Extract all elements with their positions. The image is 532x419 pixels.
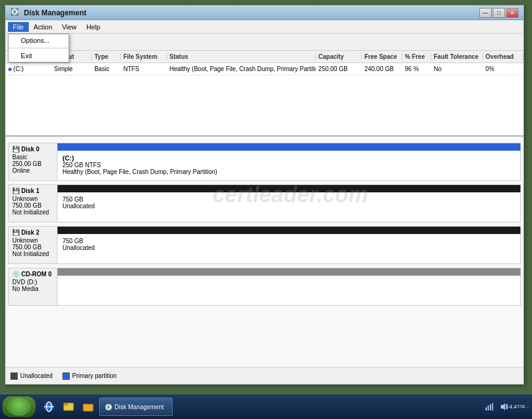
td-type: Basic	[92, 66, 121, 72]
cdrom-0-title: 💿 CD-ROM 0	[12, 271, 53, 277]
disk-2-row: 💾 Disk 2 Unknown 750.00 GB Not Initializ…	[8, 226, 521, 264]
td-overhead: 0%	[483, 66, 523, 72]
taskbar-disk-mgmt-task[interactable]: 💽 Disk Management	[99, 398, 173, 416]
legend-primary-box	[62, 372, 70, 380]
window-icon: 💽	[10, 8, 20, 18]
menu-file[interactable]: File	[8, 22, 29, 32]
disk-0-label: 💾 Disk 0 Basic 250.00 GB Online	[9, 143, 58, 180]
tray-time: 4:4	[509, 404, 517, 410]
ql-ie-button[interactable]	[40, 398, 58, 415]
menu-options[interactable]: Options...	[9, 34, 69, 47]
th-overhead: Overhead	[483, 53, 523, 60]
file-dropdown-menu: Options... Exit	[8, 34, 69, 62]
disk-0-content: (C:) 250 GB NTFS Healthy (Boot, Page Fil…	[58, 143, 520, 180]
tray-clock: 4:4 7/3/...	[514, 401, 525, 412]
svg-marker-10	[501, 403, 505, 410]
table-header: VOLUME Layout Type File System Status Ca…	[6, 51, 523, 63]
menu-bar: File Action View Help Options... Exit	[6, 20, 523, 34]
disk-1-content: 750 GB Unallocated	[58, 185, 520, 222]
start-button[interactable]	[2, 396, 36, 417]
ql-folder-button[interactable]	[80, 398, 97, 415]
disk-0-type: Basic	[12, 154, 53, 160]
tray-network-icon[interactable]	[484, 401, 495, 412]
svg-rect-7	[488, 406, 489, 410]
cdrom-0-media: No Media	[12, 285, 53, 292]
td-capacity: 250.00 GB	[316, 66, 362, 72]
td-status: Healthy (Boot, Page File, Crash Dump, Pr…	[167, 66, 316, 72]
taskbar-task-label: Disk Management	[114, 404, 164, 410]
quick-launch	[40, 398, 97, 415]
disk-1-partition-status: Unallocated	[62, 203, 515, 210]
close-button[interactable]: ✕	[506, 8, 519, 18]
cdrom-0-bar	[58, 268, 520, 276]
tray-date: 7/3/...	[517, 404, 529, 410]
cdrom-0-label: 💿 CD-ROM 0 DVD (D:) No Media	[9, 268, 58, 305]
th-capacity: Capacity	[316, 53, 362, 60]
th-filesystem: File System	[121, 53, 167, 60]
tray-volume-icon[interactable]	[499, 401, 510, 412]
td-fault: No	[432, 66, 484, 72]
disk-1-size: 750.00 GB	[12, 202, 53, 209]
cdrom-0-partition-info	[58, 276, 520, 283]
legend: Unallocated Primary partition	[6, 367, 523, 384]
title-bar-buttons: — □ ✕	[479, 8, 519, 18]
legend-primary: Primary partition	[62, 372, 117, 380]
menu-exit[interactable]: Exit	[9, 50, 69, 62]
disk-1-type: Unknown	[12, 195, 53, 202]
disk-1-bar-fill	[58, 185, 520, 192]
disk-2-title: 💾 Disk 2	[12, 229, 53, 236]
disk-management-window: 💽 Disk Management — □ ✕ File Action View…	[5, 5, 524, 385]
toolbar: ⚙	[6, 34, 523, 51]
maximize-button[interactable]: □	[493, 8, 505, 18]
disk-0-title: 💾 Disk 0	[12, 146, 53, 153]
disk-2-size: 750.00 GB	[12, 244, 53, 251]
disk-0-partition-size: 250 GB NTFS	[62, 162, 515, 168]
th-pctfree: % Free	[402, 53, 431, 60]
svg-rect-8	[490, 404, 491, 410]
td-freespace: 240.00 GB	[362, 66, 402, 72]
system-tray: 4:4 7/3/...	[484, 401, 530, 412]
disk-2-content: 750 GB Unallocated	[58, 227, 520, 263]
disk-view: certleader.com 💾 Disk 0 Basic 250.00 GB …	[6, 137, 523, 367]
th-status: Status	[167, 53, 316, 60]
main-content: VOLUME Layout Type File System Status Ca…	[6, 51, 523, 384]
menu-action[interactable]: Action	[29, 22, 58, 32]
th-fault: Fault Tolerance	[431, 53, 483, 60]
disk-0-bar-fill	[58, 143, 520, 151]
cdrom-0-type: DVD (D:)	[12, 279, 53, 285]
svg-rect-5	[83, 404, 93, 411]
td-volume: ■ (C:)	[6, 66, 51, 72]
taskbar: 💽 Disk Management 4:4 7/3/...	[0, 394, 532, 419]
start-orb	[7, 398, 31, 416]
menu-view[interactable]: View	[57, 22, 81, 32]
disk-0-partition-name: (C:)	[62, 154, 515, 162]
disk-1-title: 💾 Disk 1	[12, 187, 53, 194]
menu-help[interactable]: Help	[81, 22, 105, 32]
disk-0-bar	[58, 143, 520, 151]
disk-0-partition-status: Healthy (Boot, Page File, Crash Dump, Pr…	[62, 168, 515, 175]
disk-2-label: 💾 Disk 2 Unknown 750.00 GB Not Initializ…	[9, 227, 58, 263]
disk-2-partition-status: Unallocated	[62, 244, 515, 251]
table-row[interactable]: ■ (C:) Simple Basic NTFS Healthy (Boot, …	[6, 63, 523, 75]
ql-explorer-button[interactable]	[60, 398, 77, 415]
td-pctfree: 96 %	[402, 66, 431, 72]
window-title: Disk Management	[24, 9, 479, 17]
legend-primary-label: Primary partition	[72, 372, 117, 379]
cdrom-0-content	[58, 268, 520, 305]
disk-2-partition-info: 750 GB Unallocated	[58, 234, 520, 255]
legend-unallocated-label: Unallocated	[20, 372, 53, 379]
td-layout: Simple	[51, 66, 92, 72]
disk-2-partition-size: 750 GB	[62, 238, 515, 244]
title-bar: 💽 Disk Management — □ ✕	[6, 6, 523, 20]
taskbar-task-icon: 💽	[105, 404, 112, 410]
disk-1-partition-size: 750 GB	[62, 196, 515, 203]
disk-1-status: Not Initialized	[12, 209, 53, 216]
disk-0-status: Online	[12, 167, 53, 174]
menu-separator	[9, 48, 69, 48]
minimize-button[interactable]: —	[479, 8, 492, 18]
disk-2-bar-fill	[58, 227, 520, 234]
svg-rect-6	[485, 407, 487, 410]
disk-1-partition-info: 750 GB Unallocated	[58, 192, 520, 213]
th-type: Type	[92, 53, 121, 60]
disk-0-row: 💾 Disk 0 Basic 250.00 GB Online (C:) 250…	[8, 143, 521, 181]
